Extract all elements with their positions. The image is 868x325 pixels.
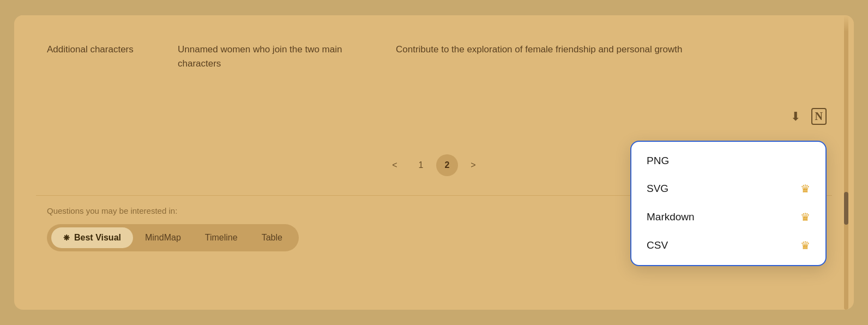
markdown-crown-icon: ♛	[800, 210, 810, 224]
next-page-button[interactable]: >	[462, 154, 484, 176]
cell-contribution: Contribute to the exploration of female …	[396, 43, 821, 70]
tab-mindmap-label: MindMap	[145, 233, 181, 243]
export-csv-label: CSV	[647, 239, 668, 251]
tab-timeline-label: Timeline	[205, 233, 238, 243]
export-svg-item[interactable]: SVG ♛	[631, 174, 825, 203]
pagination: < 1 2 >	[384, 154, 484, 176]
cell-additional-characters: Additional characters	[47, 43, 167, 70]
tab-table-label: Table	[262, 233, 282, 243]
export-markdown-item[interactable]: Markdown ♛	[631, 203, 825, 231]
table-row: Additional characters Unnamed women who …	[47, 32, 821, 81]
tab-best-visual[interactable]: ❋ Best Visual	[51, 227, 133, 248]
svg-crown-icon: ♛	[800, 182, 810, 195]
view-tabs: ❋ Best Visual MindMap Timeline Table	[47, 224, 299, 251]
notion-icon[interactable]: N	[811, 108, 827, 125]
export-png-label: PNG	[647, 155, 669, 167]
export-svg-label: SVG	[647, 183, 668, 195]
main-container: Additional characters Unnamed women who …	[14, 15, 854, 310]
scrollbar-thumb	[844, 192, 848, 225]
best-visual-icon: ❋	[63, 233, 70, 242]
cell-description: Unnamed women who join the two main char…	[178, 43, 385, 70]
page-2-button[interactable]: 2	[436, 154, 458, 176]
export-dropdown: PNG SVG ♛ Markdown ♛ CSV ♛	[630, 141, 827, 266]
actions-area: ⬇ N	[791, 108, 827, 125]
csv-crown-icon: ♛	[800, 239, 810, 252]
scrollbar[interactable]	[844, 15, 848, 310]
top-fade	[14, 15, 854, 32]
prev-page-button[interactable]: <	[384, 154, 406, 176]
tab-best-visual-label: Best Visual	[74, 233, 121, 243]
tab-table[interactable]: Table	[250, 227, 294, 248]
export-markdown-label: Markdown	[647, 211, 695, 223]
export-png-item[interactable]: PNG	[631, 147, 825, 174]
tab-mindmap[interactable]: MindMap	[133, 227, 193, 248]
table-content-area: Additional characters Unnamed women who …	[14, 15, 854, 135]
tab-timeline[interactable]: Timeline	[193, 227, 250, 248]
page-1-button[interactable]: 1	[410, 154, 432, 176]
export-csv-item[interactable]: CSV ♛	[631, 231, 825, 260]
download-icon[interactable]: ⬇	[791, 110, 800, 124]
